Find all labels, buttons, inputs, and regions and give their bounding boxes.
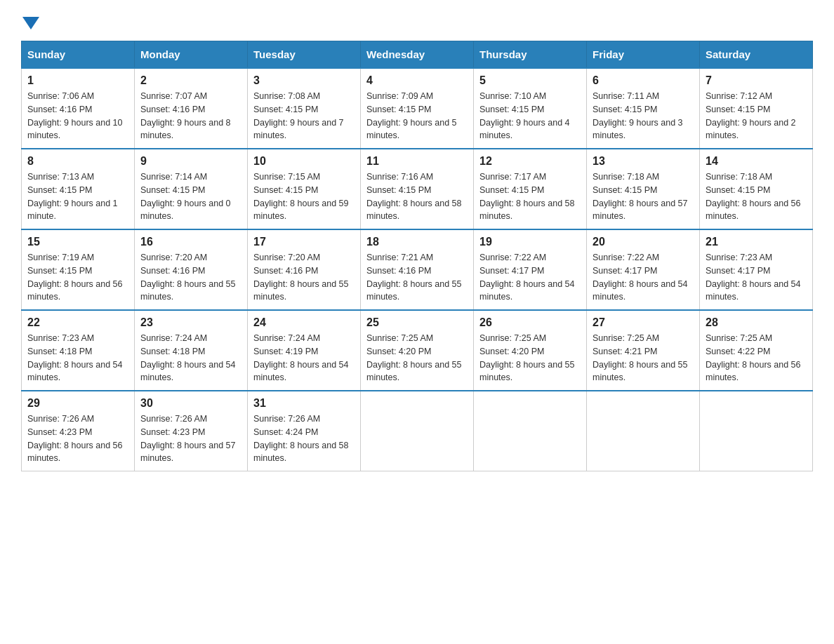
day-number: 19 xyxy=(479,236,581,248)
day-number: 28 xyxy=(706,316,807,329)
day-number: 8 xyxy=(27,155,128,168)
calendar-week-row: 8 Sunrise: 7:13 AMSunset: 4:15 PMDayligh… xyxy=(22,149,813,229)
day-info: Sunrise: 7:26 AMSunset: 4:24 PMDaylight:… xyxy=(253,412,355,465)
calendar-cell: 29 Sunrise: 7:26 AMSunset: 4:23 PMDaylig… xyxy=(22,391,135,471)
calendar-cell: 12 Sunrise: 7:17 AMSunset: 4:15 PMDaylig… xyxy=(474,149,587,229)
calendar-cell: 15 Sunrise: 7:19 AMSunset: 4:15 PMDaylig… xyxy=(22,229,135,310)
calendar-cell: 31 Sunrise: 7:26 AMSunset: 4:24 PMDaylig… xyxy=(248,391,361,471)
calendar-cell: 28 Sunrise: 7:25 AMSunset: 4:22 PMDaylig… xyxy=(700,310,813,391)
day-info: Sunrise: 7:18 AMSunset: 4:15 PMDaylight:… xyxy=(706,170,807,223)
calendar-cell: 6 Sunrise: 7:11 AMSunset: 4:15 PMDayligh… xyxy=(587,68,700,149)
calendar-cell: 2 Sunrise: 7:07 AMSunset: 4:16 PMDayligh… xyxy=(135,68,248,149)
day-number: 3 xyxy=(253,74,355,87)
calendar-cell xyxy=(700,391,813,471)
calendar-cell: 9 Sunrise: 7:14 AMSunset: 4:15 PMDayligh… xyxy=(135,149,248,229)
day-number: 4 xyxy=(366,74,468,87)
calendar-cell: 3 Sunrise: 7:08 AMSunset: 4:15 PMDayligh… xyxy=(248,68,361,149)
calendar-cell: 11 Sunrise: 7:16 AMSunset: 4:15 PMDaylig… xyxy=(361,149,474,229)
day-info: Sunrise: 7:09 AMSunset: 4:15 PMDaylight:… xyxy=(366,90,468,142)
day-number: 23 xyxy=(140,316,241,329)
calendar-cell: 5 Sunrise: 7:10 AMSunset: 4:15 PMDayligh… xyxy=(474,68,587,149)
calendar-cell: 19 Sunrise: 7:22 AMSunset: 4:17 PMDaylig… xyxy=(474,229,587,310)
calendar-cell xyxy=(361,391,474,471)
day-number: 26 xyxy=(479,316,581,329)
calendar-cell: 30 Sunrise: 7:26 AMSunset: 4:23 PMDaylig… xyxy=(135,391,248,471)
day-number: 22 xyxy=(27,316,128,329)
calendar-cell: 10 Sunrise: 7:15 AMSunset: 4:15 PMDaylig… xyxy=(248,149,361,229)
calendar-header-row: SundayMondayTuesdayWednesdayThursdayFrid… xyxy=(22,41,813,69)
day-number: 13 xyxy=(593,155,694,168)
calendar-cell: 18 Sunrise: 7:21 AMSunset: 4:16 PMDaylig… xyxy=(361,229,474,310)
calendar-cell: 14 Sunrise: 7:18 AMSunset: 4:15 PMDaylig… xyxy=(700,149,813,229)
day-info: Sunrise: 7:12 AMSunset: 4:15 PMDaylight:… xyxy=(706,90,807,142)
header-wednesday: Wednesday xyxy=(361,41,474,69)
day-info: Sunrise: 7:26 AMSunset: 4:23 PMDaylight:… xyxy=(27,412,128,465)
day-number: 24 xyxy=(253,316,355,329)
day-info: Sunrise: 7:25 AMSunset: 4:20 PMDaylight:… xyxy=(366,332,468,384)
day-info: Sunrise: 7:20 AMSunset: 4:16 PMDaylight:… xyxy=(140,251,241,304)
logo-triangle-icon xyxy=(22,17,39,29)
day-info: Sunrise: 7:10 AMSunset: 4:15 PMDaylight:… xyxy=(479,90,581,142)
logo xyxy=(21,14,39,29)
day-info: Sunrise: 7:20 AMSunset: 4:16 PMDaylight:… xyxy=(253,251,355,304)
day-number: 12 xyxy=(479,155,581,168)
day-info: Sunrise: 7:23 AMSunset: 4:17 PMDaylight:… xyxy=(706,251,807,304)
day-info: Sunrise: 7:25 AMSunset: 4:22 PMDaylight:… xyxy=(706,332,807,384)
day-info: Sunrise: 7:11 AMSunset: 4:15 PMDaylight:… xyxy=(593,90,694,142)
calendar-week-row: 22 Sunrise: 7:23 AMSunset: 4:18 PMDaylig… xyxy=(22,310,813,391)
day-info: Sunrise: 7:19 AMSunset: 4:15 PMDaylight:… xyxy=(27,251,128,304)
calendar-cell: 25 Sunrise: 7:25 AMSunset: 4:20 PMDaylig… xyxy=(361,310,474,391)
day-number: 16 xyxy=(140,236,241,248)
day-info: Sunrise: 7:22 AMSunset: 4:17 PMDaylight:… xyxy=(593,251,694,304)
day-number: 18 xyxy=(366,236,468,248)
day-info: Sunrise: 7:25 AMSunset: 4:20 PMDaylight:… xyxy=(479,332,581,384)
day-info: Sunrise: 7:07 AMSunset: 4:16 PMDaylight:… xyxy=(140,90,241,142)
calendar-week-row: 1 Sunrise: 7:06 AMSunset: 4:16 PMDayligh… xyxy=(22,68,813,149)
day-number: 27 xyxy=(593,316,694,329)
day-number: 9 xyxy=(140,155,241,168)
day-info: Sunrise: 7:13 AMSunset: 4:15 PMDaylight:… xyxy=(27,170,128,223)
header-friday: Friday xyxy=(587,41,700,69)
day-info: Sunrise: 7:24 AMSunset: 4:19 PMDaylight:… xyxy=(253,332,355,384)
day-number: 1 xyxy=(27,74,128,87)
header-sunday: Sunday xyxy=(22,41,135,69)
day-number: 11 xyxy=(366,155,468,168)
calendar-cell: 7 Sunrise: 7:12 AMSunset: 4:15 PMDayligh… xyxy=(700,68,813,149)
calendar-cell: 17 Sunrise: 7:20 AMSunset: 4:16 PMDaylig… xyxy=(248,229,361,310)
calendar-cell: 24 Sunrise: 7:24 AMSunset: 4:19 PMDaylig… xyxy=(248,310,361,391)
calendar-week-row: 15 Sunrise: 7:19 AMSunset: 4:15 PMDaylig… xyxy=(22,229,813,310)
calendar-cell: 1 Sunrise: 7:06 AMSunset: 4:16 PMDayligh… xyxy=(22,68,135,149)
day-number: 25 xyxy=(366,316,468,329)
day-info: Sunrise: 7:26 AMSunset: 4:23 PMDaylight:… xyxy=(140,412,241,465)
day-number: 30 xyxy=(140,397,241,410)
page-header xyxy=(21,14,813,29)
calendar-cell xyxy=(587,391,700,471)
calendar-cell: 20 Sunrise: 7:22 AMSunset: 4:17 PMDaylig… xyxy=(587,229,700,310)
calendar-cell: 8 Sunrise: 7:13 AMSunset: 4:15 PMDayligh… xyxy=(22,149,135,229)
calendar-cell: 4 Sunrise: 7:09 AMSunset: 4:15 PMDayligh… xyxy=(361,68,474,149)
day-info: Sunrise: 7:24 AMSunset: 4:18 PMDaylight:… xyxy=(140,332,241,384)
day-number: 21 xyxy=(706,236,807,248)
day-number: 14 xyxy=(706,155,807,168)
header-saturday: Saturday xyxy=(700,41,813,69)
day-info: Sunrise: 7:16 AMSunset: 4:15 PMDaylight:… xyxy=(366,170,468,223)
day-number: 5 xyxy=(479,74,581,87)
day-number: 17 xyxy=(253,236,355,248)
day-number: 2 xyxy=(140,74,241,87)
day-number: 7 xyxy=(706,74,807,87)
calendar-cell: 13 Sunrise: 7:18 AMSunset: 4:15 PMDaylig… xyxy=(587,149,700,229)
calendar-cell: 21 Sunrise: 7:23 AMSunset: 4:17 PMDaylig… xyxy=(700,229,813,310)
calendar-cell: 22 Sunrise: 7:23 AMSunset: 4:18 PMDaylig… xyxy=(22,310,135,391)
day-number: 6 xyxy=(593,74,694,87)
day-info: Sunrise: 7:06 AMSunset: 4:16 PMDaylight:… xyxy=(27,90,128,142)
calendar-cell: 27 Sunrise: 7:25 AMSunset: 4:21 PMDaylig… xyxy=(587,310,700,391)
day-number: 15 xyxy=(27,236,128,248)
day-number: 31 xyxy=(253,397,355,410)
header-monday: Monday xyxy=(135,41,248,69)
day-info: Sunrise: 7:18 AMSunset: 4:15 PMDaylight:… xyxy=(593,170,694,223)
day-info: Sunrise: 7:22 AMSunset: 4:17 PMDaylight:… xyxy=(479,251,581,304)
day-info: Sunrise: 7:14 AMSunset: 4:15 PMDaylight:… xyxy=(140,170,241,223)
day-info: Sunrise: 7:25 AMSunset: 4:21 PMDaylight:… xyxy=(593,332,694,384)
calendar-cell xyxy=(474,391,587,471)
day-info: Sunrise: 7:08 AMSunset: 4:15 PMDaylight:… xyxy=(253,90,355,142)
